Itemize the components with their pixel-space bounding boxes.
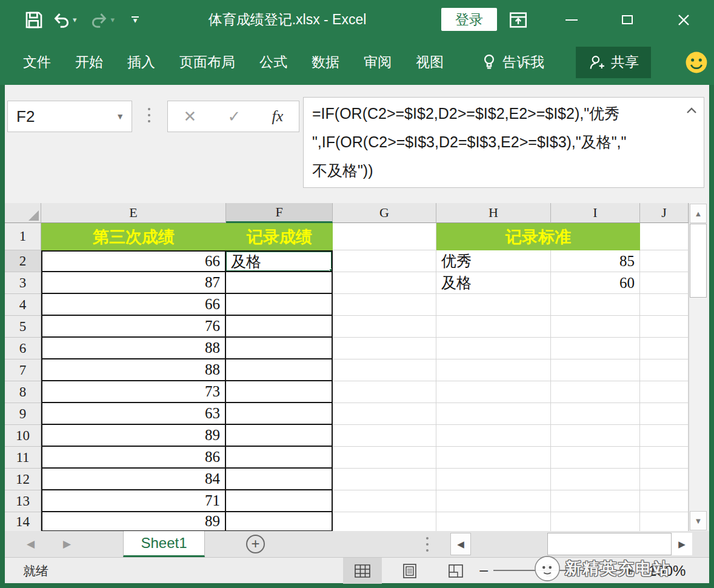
cell-G11[interactable] (333, 447, 436, 469)
cell-J2[interactable] (640, 250, 689, 272)
cell-G5[interactable] (333, 316, 436, 338)
cell-E9[interactable]: 63 (41, 403, 226, 425)
cell-J7[interactable] (640, 359, 689, 381)
row-header-7[interactable]: 7 (5, 359, 41, 381)
cell-F13[interactable] (226, 490, 333, 512)
cell-F5[interactable] (226, 316, 333, 338)
cell-H6[interactable] (436, 338, 551, 359)
smiley-icon[interactable] (685, 51, 708, 74)
formula-bar[interactable]: =IF(OR(C2>=$I$2,D2>=$I$2,E2>=$I$2),"优秀 "… (303, 97, 704, 188)
cell-H11[interactable] (436, 447, 551, 469)
close-button[interactable] (667, 0, 701, 39)
row-header-12[interactable]: 12 (5, 469, 41, 490)
select-all-button[interactable] (5, 203, 41, 223)
tab-file[interactable]: 文件 (23, 53, 51, 72)
cell-E11[interactable]: 86 (41, 447, 226, 469)
maximize-button[interactable] (610, 0, 644, 39)
cell-H10[interactable] (436, 425, 551, 447)
cell-J3[interactable] (640, 272, 689, 294)
cell-I5[interactable] (551, 316, 640, 338)
zoom-slider-track[interactable] (493, 570, 622, 571)
cell-I9[interactable] (551, 403, 640, 425)
cell-J6[interactable] (640, 338, 689, 359)
cell-H3[interactable]: 及格 (436, 272, 551, 294)
row-header-1[interactable]: 1 (5, 223, 41, 250)
cell-J9[interactable] (640, 403, 689, 425)
cell-E10[interactable]: 89 (41, 425, 226, 447)
cell-G6[interactable] (333, 338, 436, 359)
row-header-9[interactable]: 9 (5, 403, 41, 425)
tab-page-layout[interactable]: 页面布局 (179, 53, 235, 72)
cell-G13[interactable] (333, 490, 436, 512)
cell-I12[interactable] (551, 469, 640, 490)
hscroll-left-icon[interactable]: ◀ (450, 533, 471, 555)
enter-icon[interactable]: ✓ (228, 107, 241, 126)
cell-E6[interactable]: 88 (41, 338, 226, 359)
tell-me-box[interactable]: 告诉我 (481, 53, 544, 72)
cell-J11[interactable] (640, 447, 689, 469)
column-header-E[interactable]: E (41, 203, 226, 223)
sheet-prev-icon[interactable]: ◀ (27, 531, 35, 557)
row-header-6[interactable]: 6 (5, 338, 41, 359)
cell-F7[interactable] (226, 359, 333, 381)
cell-F11[interactable] (226, 447, 333, 469)
row-header-5[interactable]: 5 (5, 316, 41, 338)
zoom-slider-thumb[interactable] (546, 564, 552, 577)
cell-F2[interactable]: 及格 (226, 250, 333, 272)
horizontal-scroll-thumb[interactable] (547, 533, 672, 555)
cell-E13[interactable]: 71 (41, 490, 226, 512)
cell-G7[interactable] (333, 359, 436, 381)
login-button[interactable]: 登录 (441, 8, 497, 31)
cell-H8[interactable] (436, 381, 551, 403)
cell-H2[interactable]: 优秀 (436, 250, 551, 272)
cell-H7[interactable] (436, 359, 551, 381)
cell-E1[interactable]: 第三次成绩 (41, 223, 226, 250)
cell-E14[interactable]: 89 (41, 512, 226, 531)
zoom-in-icon[interactable]: + (624, 558, 634, 584)
cell-E2[interactable]: 66 (41, 250, 226, 272)
cell-F4[interactable] (226, 294, 333, 316)
cell-H1-I1-merged[interactable]: 记录标准 (436, 223, 640, 250)
cell-I2[interactable]: 85 (551, 250, 640, 272)
cell-I13[interactable] (551, 490, 640, 512)
cell-G14[interactable] (333, 512, 436, 531)
cell-I6[interactable] (551, 338, 640, 359)
tab-data[interactable]: 数据 (312, 53, 339, 72)
cell-G10[interactable] (333, 425, 436, 447)
cell-J14[interactable] (640, 512, 689, 531)
cell-H9[interactable] (436, 403, 551, 425)
cell-I11[interactable] (551, 447, 640, 469)
cell-I4[interactable] (551, 294, 640, 316)
row-header-14[interactable]: 14 (5, 512, 41, 531)
normal-view-button[interactable] (343, 558, 382, 584)
minimize-button[interactable] (555, 0, 589, 39)
cell-E8[interactable]: 73 (41, 381, 226, 403)
zoom-out-icon[interactable]: − (479, 558, 489, 584)
page-break-view-button[interactable] (436, 558, 475, 584)
cell-F10[interactable] (226, 425, 333, 447)
cell-J8[interactable] (640, 381, 689, 403)
cell-H4[interactable] (436, 294, 551, 316)
share-button[interactable]: 共享 (576, 47, 651, 78)
insert-function-icon[interactable]: fx (272, 107, 284, 125)
sheet-next-icon[interactable]: ▶ (63, 531, 71, 557)
cell-F12[interactable] (226, 469, 333, 490)
cell-G9[interactable] (333, 403, 436, 425)
row-header-8[interactable]: 8 (5, 381, 41, 403)
tab-insert[interactable]: 插入 (127, 53, 155, 72)
cell-F9[interactable] (226, 403, 333, 425)
row-header-13[interactable]: 13 (5, 490, 41, 512)
tab-view[interactable]: 视图 (416, 53, 444, 72)
cell-G4[interactable] (333, 294, 436, 316)
cell-G8[interactable] (333, 381, 436, 403)
tab-home[interactable]: 开始 (75, 53, 103, 72)
ribbon-display-options-icon[interactable] (508, 10, 529, 30)
cell-F14[interactable] (226, 512, 333, 531)
zoom-level[interactable]: 100% (649, 558, 686, 584)
row-header-4[interactable]: 4 (5, 294, 41, 316)
new-sheet-icon[interactable]: + (246, 535, 265, 553)
tab-review[interactable]: 审阅 (364, 53, 392, 72)
cell-F6[interactable] (226, 338, 333, 359)
vertical-scroll-thumb[interactable] (690, 224, 707, 298)
row-header-2[interactable]: 2 (5, 250, 41, 272)
